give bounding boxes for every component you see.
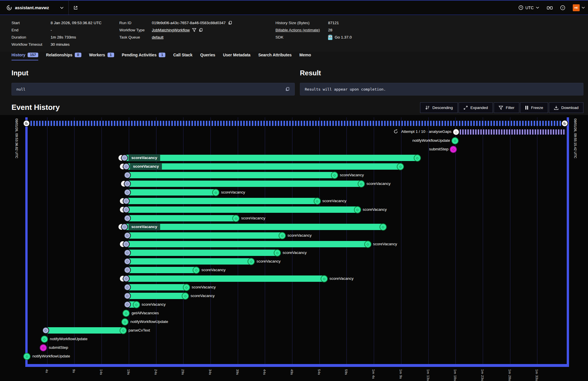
submitStep-marker[interactable]: ◇ — [40, 344, 47, 351]
timeline-start-marker[interactable] — [23, 120, 30, 127]
tab-pending-activities[interactable]: Pending Activities1 — [122, 53, 166, 60]
activity-bar[interactable] — [127, 189, 217, 196]
filter-icon[interactable] — [192, 28, 196, 32]
expanded-button[interactable]: Expanded — [459, 102, 493, 113]
notifyWorkflowUpdate-marker[interactable]: ◇ — [121, 318, 129, 326]
activity-bar[interactable] — [127, 267, 197, 273]
download-button[interactable]: Download — [549, 102, 583, 113]
activity-start-marker[interactable]: ◇ — [124, 189, 131, 196]
activity-start-marker[interactable]: ◇ — [124, 258, 131, 265]
activity-start-marker[interactable]: ◇ — [124, 232, 131, 239]
activity-bar[interactable] — [125, 163, 401, 170]
activity-end-marker[interactable]: ◇ — [354, 206, 361, 213]
activity-bar[interactable] — [127, 293, 186, 299]
activity-end-marker[interactable]: ◇ — [358, 180, 365, 187]
activity-end-marker[interactable]: ◇ — [331, 172, 338, 179]
input-value-box[interactable]: null — [12, 83, 295, 95]
help-icon[interactable]: ? — [560, 5, 565, 10]
activity-end-marker[interactable]: ◇ — [193, 267, 200, 274]
activity-start-marker[interactable]: ◇ — [124, 249, 131, 256]
activity-end-marker[interactable]: ◇ — [397, 163, 404, 170]
workflow-task-band[interactable] — [28, 121, 564, 126]
activity-bar[interactable] — [45, 327, 124, 334]
activity-end-marker[interactable]: ◇ — [133, 301, 140, 308]
timeline-end-marker[interactable] — [561, 120, 568, 127]
activity-end-marker[interactable]: ◇ — [120, 327, 127, 334]
tab-search-attributes[interactable]: Search Attributes — [258, 53, 292, 60]
tab-history[interactable]: History157 — [12, 53, 38, 60]
summary-value-text[interactable]: default — [152, 35, 164, 39]
activity-start-marker[interactable]: ◇ — [123, 206, 130, 213]
activity-end-marker[interactable]: ◇ — [183, 284, 190, 291]
activity-start-marker[interactable]: ◇ — [124, 267, 131, 273]
submitStep-marker[interactable]: ◇ — [450, 146, 457, 153]
activity-bar[interactable] — [127, 181, 362, 187]
summary-label[interactable]: Billable Actions (estimate) — [275, 28, 328, 32]
filter-button[interactable]: Filter — [494, 102, 519, 113]
external-link-icon[interactable] — [73, 5, 78, 10]
binoculars-icon[interactable] — [547, 5, 553, 10]
freeze-button[interactable]: Freeze — [520, 102, 548, 113]
activity-end-marker[interactable]: ◇ — [314, 198, 321, 205]
user-menu[interactable]: HE — [573, 4, 585, 11]
activity-end-marker[interactable]: ◇ — [321, 275, 328, 282]
copy-icon[interactable] — [285, 87, 290, 91]
activity-bar[interactable] — [125, 198, 318, 204]
getAllVacancies-marker[interactable]: ◇ — [122, 310, 130, 317]
tab-relationships[interactable]: Relationships0 — [46, 53, 81, 60]
activity-start-marker[interactable]: ◇ — [124, 172, 131, 179]
activity-start-marker[interactable]: ◇ — [124, 180, 131, 187]
activity-start-marker[interactable]: ◇ — [124, 292, 131, 299]
copy-icon[interactable] — [228, 21, 232, 25]
descending-button[interactable]: Descending — [420, 102, 458, 113]
activity-end-marker[interactable]: ◇ — [182, 292, 189, 300]
activity-bar[interactable] — [127, 258, 252, 265]
notifyWorkflowUpdate-marker[interactable]: ◇ — [23, 353, 30, 360]
activity-start-marker[interactable]: ◇ — [121, 223, 128, 230]
activity-bar[interactable] — [124, 155, 418, 161]
activity-end-marker[interactable]: ◇ — [212, 189, 219, 196]
activity-bar[interactable] — [127, 284, 187, 290]
summary-value[interactable]: default — [152, 35, 164, 39]
tab-queries[interactable]: Queries — [200, 53, 215, 60]
activity-end-marker[interactable]: ◇ — [364, 241, 371, 248]
summary-value-text[interactable]: JobMatchingWorkflow — [152, 28, 190, 32]
workflow-switcher[interactable]: assistant.mavwz — [0, 5, 64, 11]
pending-activity-marker[interactable]: ◇ — [453, 129, 459, 135]
activity-start-marker[interactable]: ◇ — [124, 215, 131, 222]
activity-start-marker[interactable]: ◇ — [42, 327, 49, 334]
event-history-timeline[interactable]: 08/01/26, 09:53:36.82 UTC 08/01/26, 09:5… — [0, 115, 588, 381]
activity-bar[interactable] — [125, 206, 358, 213]
activity-start-marker[interactable]: ◇ — [124, 284, 131, 291]
activity-end-marker[interactable]: ◇ — [380, 223, 387, 231]
timezone-selector[interactable]: UTC — [518, 5, 539, 10]
activity-end-marker[interactable]: ◇ — [232, 215, 240, 222]
copy-icon[interactable] — [199, 28, 203, 32]
summary-value[interactable]: JobMatchingWorkflow — [152, 28, 203, 32]
activity-end-marker[interactable]: ◇ — [414, 154, 421, 162]
activity-start-marker[interactable]: ◇ — [123, 275, 130, 282]
activity-bar[interactable] — [127, 232, 283, 239]
activity-bar[interactable] — [127, 172, 335, 178]
activity-start-marker[interactable]: ◇ — [123, 241, 130, 248]
tab-user-metadata[interactable]: User Metadata — [223, 53, 250, 60]
activity-start-marker[interactable]: ◇ — [123, 163, 130, 170]
activity-start-marker[interactable]: ◇ — [124, 301, 131, 308]
activity-start-marker[interactable]: ◇ — [121, 154, 128, 161]
activity-bar[interactable] — [127, 250, 278, 256]
activity-end-marker[interactable]: ◇ — [279, 232, 286, 239]
activity-bar[interactable] — [127, 215, 237, 221]
activity-start-marker[interactable]: ◇ — [123, 198, 130, 204]
pending-activity-band[interactable] — [460, 129, 565, 135]
tab-workers[interactable]: Workers1 — [89, 53, 114, 60]
activity-end-marker[interactable]: ◇ — [274, 249, 281, 256]
activity-end-marker[interactable]: ◇ — [248, 258, 255, 265]
activity-bar[interactable] — [125, 241, 368, 247]
tab-call-stack[interactable]: Call Stack — [173, 53, 192, 60]
notifyWorkflowUpdate-marker[interactable]: ◇ — [41, 336, 48, 343]
notifyWorkflowUpdate-marker[interactable]: ◇ — [451, 137, 459, 144]
tab-memo[interactable]: Memo — [299, 53, 311, 60]
activity-bar[interactable] — [124, 224, 384, 230]
timeline-bottom-axis[interactable] — [25, 364, 569, 367]
activity-bar[interactable] — [125, 275, 325, 282]
